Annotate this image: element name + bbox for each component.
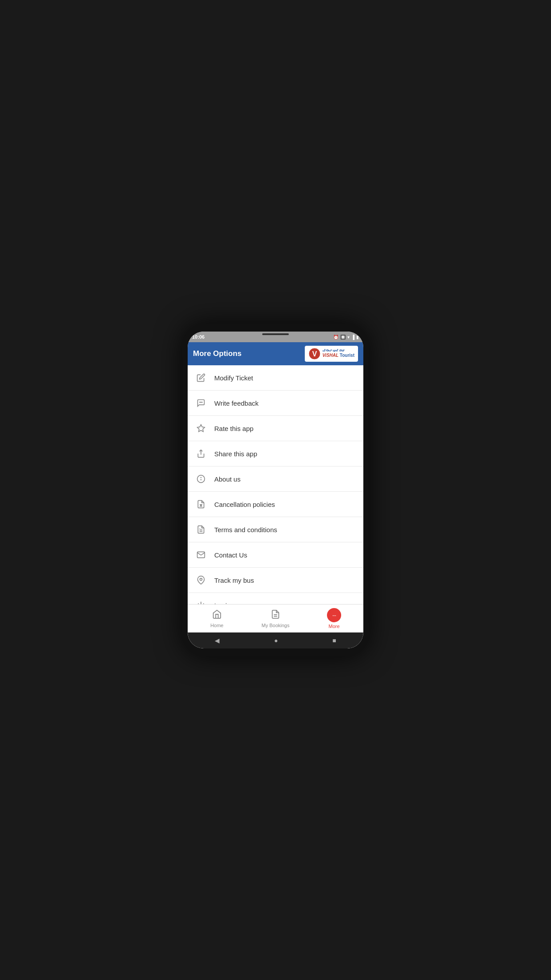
menu-label-modify-ticket: Modify Ticket [214,374,253,382]
menu-item-modify-ticket[interactable]: Modify Ticket [188,365,363,391]
bottom-nav: Home My Bookings ··· More [188,604,363,632]
menu-item-share-app[interactable]: Share this app [188,441,363,466]
share-icon [195,447,207,460]
system-nav-bar: ◀ ● ■ [188,632,363,648]
pencil-icon [195,371,207,384]
phone-frame: 10:06 ⏰ 🔲 ▾ ▐ ▮ More Options V ವಿಶಾಲ್ ಟೂ… [182,324,369,656]
svg-point-16 [200,578,202,581]
home-icon [212,609,222,621]
sim-icon: 🔲 [340,335,346,340]
page-title: More Options [193,349,242,358]
back-button[interactable]: ◀ [215,637,220,644]
bookings-icon [271,609,280,621]
app-header: More Options V ವಿಶಾಲ್ ಟೂರಿಸ್ಟ್ ViSHAL To… [188,342,363,365]
menu-item-contact[interactable]: Contact Us [188,542,363,568]
home-button[interactable]: ● [274,637,278,644]
signal-icon: ▐ [351,335,354,340]
menu-item-rate-app[interactable]: Rate this app [188,416,363,441]
nav-bookings-label: My Bookings [262,623,290,628]
menu-item-login[interactable]: Login [188,593,363,604]
menu-list: Modify Ticket Write feedback [188,365,363,604]
status-time: 10:06 [192,334,205,340]
logo-kannada-text: ವಿಶಾಲ್ ಟೂರಿಸ್ಟ್ [323,349,354,353]
alarm-icon: ⏰ [333,335,338,340]
phone-screen: 10:06 ⏰ 🔲 ▾ ▐ ▮ More Options V ವಿಶಾಲ್ ಟೂ… [188,332,363,648]
battery-icon: ▮ [356,335,359,340]
svg-text:V: V [312,350,317,358]
status-icons: ⏰ 🔲 ▾ ▐ ▮ [333,335,359,340]
menu-label-rate-app: Rate this app [214,425,253,432]
vishal-v-logo-icon: V [308,348,321,360]
nav-home-label: Home [210,623,223,628]
logo-english-text: ViSHAL Tourist [323,353,354,358]
chat-icon [195,397,207,409]
menu-item-terms[interactable]: Terms and conditions [188,517,363,542]
nav-home[interactable]: Home [188,605,246,632]
info-icon [195,473,207,485]
cancel-doc-icon [195,498,207,510]
envelope-icon [195,549,207,561]
menu-label-share-app: Share this app [214,450,257,458]
location-icon [195,574,207,586]
menu-item-cancellation[interactable]: Cancellation policies [188,492,363,517]
recent-button[interactable]: ■ [332,637,336,644]
menu-label-cancellation: Cancellation policies [214,501,275,508]
svg-marker-5 [197,425,205,432]
nav-more-label: More [328,624,339,629]
menu-label-contact: Contact Us [214,551,247,559]
menu-label-about-us: About us [214,475,240,483]
wifi-icon: ▾ [347,335,350,340]
menu-label-terms: Terms and conditions [214,526,277,533]
menu-item-track-bus[interactable]: Track my bus [188,568,363,593]
document-icon [195,523,207,536]
menu-item-about-us[interactable]: About us [188,466,363,492]
brand-logo: V ವಿಶಾಲ್ ಟೂರಿಸ್ಟ್ ViSHAL Tourist [305,346,358,362]
menu-label-write-feedback: Write feedback [214,399,259,407]
nav-bookings[interactable]: My Bookings [246,605,305,632]
more-icon: ··· [327,608,341,622]
status-bar: 10:06 ⏰ 🔲 ▾ ▐ ▮ [188,332,363,342]
nav-more[interactable]: ··· More [305,605,363,632]
menu-item-write-feedback[interactable]: Write feedback [188,391,363,416]
power-icon [195,599,207,604]
menu-label-track-bus: Track my bus [214,577,254,584]
star-icon [195,422,207,435]
